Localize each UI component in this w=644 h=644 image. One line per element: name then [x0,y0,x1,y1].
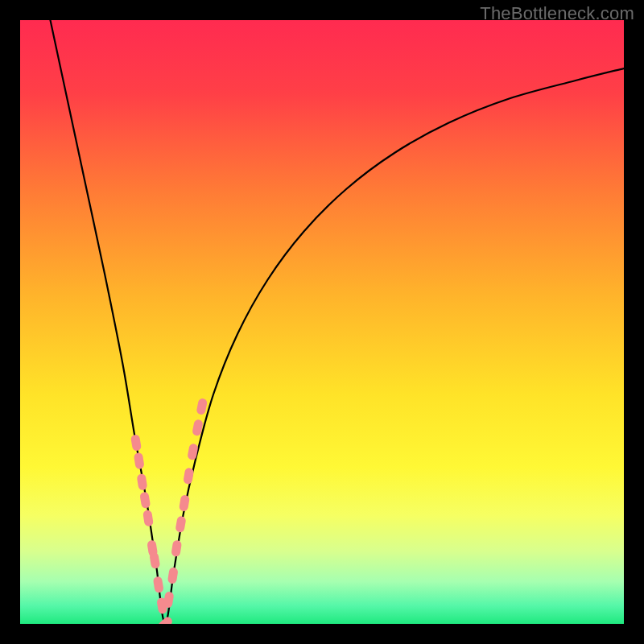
sample-point-marker [142,510,154,526]
plot-area [20,20,624,624]
sample-point-marker [134,452,145,469]
sample-point-marker [149,551,160,569]
bottleneck-curve [51,20,625,624]
sample-point-marker [167,567,179,584]
sample-point-marker [153,576,164,593]
sample-point-marker [196,398,208,415]
sample-point-marker [183,467,194,485]
sample-point-marker [139,491,151,509]
watermark-text: TheBottleneck.com [480,3,634,24]
sample-point-marker [130,434,142,452]
sample-point-marker [163,591,174,609]
sample-point-marker [171,540,182,557]
sample-point-marker [156,615,174,624]
sample-point-marker [187,443,198,460]
outer-frame: TheBottleneck.com [0,0,644,644]
sample-point-marker [179,494,190,512]
sample-point-markers [130,398,208,624]
sample-point-marker [175,515,186,533]
bottleneck-curve-layer [20,20,624,624]
sample-point-marker [137,473,148,490]
